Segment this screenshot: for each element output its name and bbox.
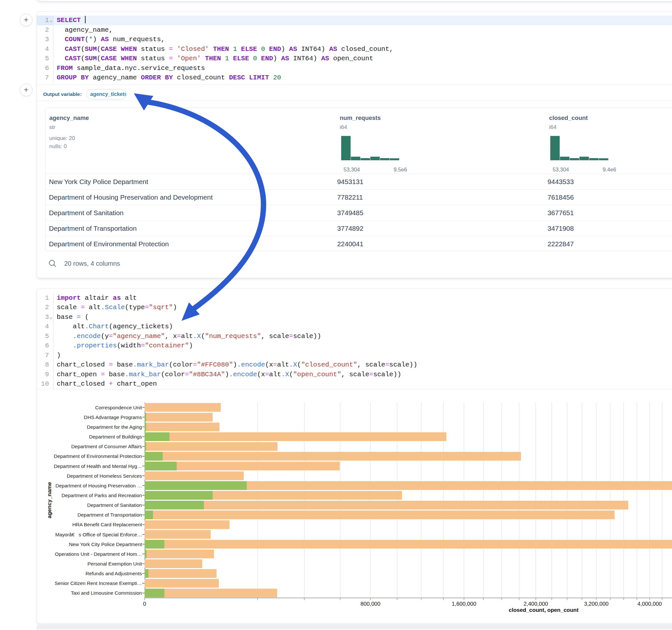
svg-text:2,400,000: 2,400,000 xyxy=(524,601,548,607)
svg-text:53,304: 53,304 xyxy=(553,167,569,172)
svg-text:Senior Citizen Rent Increase E: Senior Citizen Rent Increase Exempti… xyxy=(54,580,142,586)
svg-text:4,000,000: 4,000,000 xyxy=(637,601,662,607)
svg-text:Department of Parks and Recrea: Department of Parks and Recreation xyxy=(62,492,142,498)
svg-text:Department for the Aging: Department for the Aging xyxy=(87,424,142,430)
svg-text:Personal Exemption Unit: Personal Exemption Unit xyxy=(88,561,142,566)
svg-text:Department of Transportation: Department of Transportation xyxy=(77,512,142,517)
svg-text:Department of Sanitation: Department of Sanitation xyxy=(87,502,142,508)
svg-text:HRA Benefit Card Replacement: HRA Benefit Card Replacement xyxy=(72,522,142,527)
svg-text:Department of Buildings: Department of Buildings xyxy=(89,434,142,439)
svg-text:Refunds and Adjustments: Refunds and Adjustments xyxy=(86,571,142,576)
svg-text:DHS Advantage Programs: DHS Advantage Programs xyxy=(84,414,142,420)
svg-text:9.5e6: 9.5e6 xyxy=(393,167,407,172)
svg-text:Department of Homeless Service: Department of Homeless Services xyxy=(67,473,142,479)
svg-text:9.4e6: 9.4e6 xyxy=(603,167,616,172)
svg-text:Correspondence Unit: Correspondence Unit xyxy=(95,405,142,410)
svg-text:Department of Environmental Pr: Department of Environmental Protection xyxy=(54,453,142,459)
svg-text:800,000: 800,000 xyxy=(360,601,380,607)
svg-text:Department of Health and Menta: Department of Health and Mental Hyg… xyxy=(54,463,142,469)
svg-text:Department of Consumer Affairs: Department of Consumer Affairs xyxy=(71,444,142,449)
svg-text:Taxi and Limousine Commission: Taxi and Limousine Commission xyxy=(71,590,142,596)
svg-text:Mayorâ€ s Office of Special: Mayorâ€ s Office of Special Enforce… xyxy=(55,532,142,537)
svg-text:closed_count, open_count: closed_count, open_count xyxy=(509,607,579,613)
svg-text:3,200,000: 3,200,000 xyxy=(584,601,609,607)
svg-text:New York City Police Departmen: New York City Police Department xyxy=(69,541,142,547)
svg-text:53,304: 53,304 xyxy=(344,167,360,172)
svg-text:1,600,000: 1,600,000 xyxy=(452,601,477,607)
svg-text:Operations Unit - Department o: Operations Unit - Department of Hom… xyxy=(55,551,142,557)
svg-text:agency_name: agency_name xyxy=(46,482,52,518)
svg-text:Department of Housing Preserva: Department of Housing Preservation … xyxy=(55,483,142,488)
svg-text:0: 0 xyxy=(143,601,146,607)
